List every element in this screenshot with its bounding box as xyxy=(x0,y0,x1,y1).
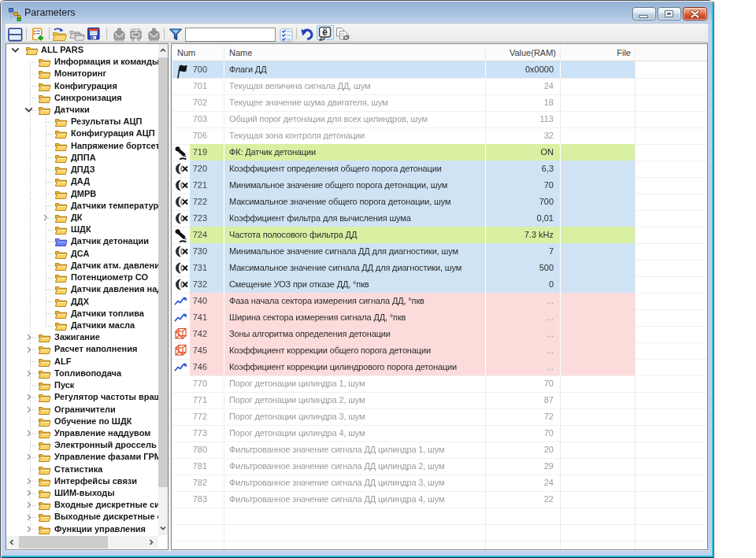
svg-text:ё: ё xyxy=(322,28,328,39)
